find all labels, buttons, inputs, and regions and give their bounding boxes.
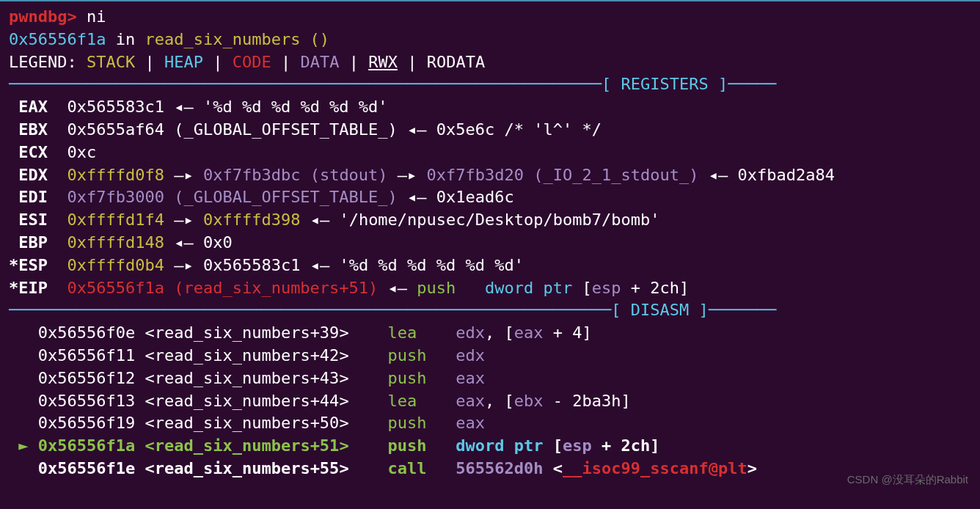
- disasm-row: 0x56556f19 <read_six_numbers+50> push ea…: [9, 412, 971, 435]
- command-input: ni: [87, 7, 106, 26]
- disasm-row: 0x56556f1e <read_six_numbers+55> call 56…: [9, 458, 971, 480]
- reg-ebx: EBX 0x5655af64 (_GLOBAL_OFFSET_TABLE_) ◂…: [9, 119, 971, 142]
- disasm-row: 0x56556f12 <read_six_numbers+43> push ea…: [9, 367, 971, 390]
- disasm-row: 0x56556f11 <read_six_numbers+42> push ed…: [9, 345, 971, 367]
- prompt: pwndbg>: [9, 7, 77, 26]
- reg-esi: ESI 0xffffd1f4 —▸ 0xffffd398 ◂— '/home/n…: [9, 209, 971, 232]
- reg-edx: EDX 0xffffd0f8 —▸ 0xf7fb3dbc (stdout) —▸…: [9, 164, 971, 187]
- current-marker-icon: ►: [9, 436, 29, 455]
- prompt-line[interactable]: pwndbg> ni: [9, 6, 971, 29]
- section-registers: ────────────────────────────────────────…: [9, 73, 971, 96]
- reg-ebp: EBP 0xffffd148 ◂— 0x0: [9, 232, 971, 254]
- reg-ecx: ECX 0xc: [9, 142, 971, 164]
- disasm-row-current: ► 0x56556f1a <read_six_numbers+51> push …: [9, 435, 971, 458]
- reg-eip: *EIP 0x56556f1a (read_six_numbers+51) ◂—…: [9, 277, 971, 300]
- disasm-row: 0x56556f0e <read_six_numbers+39> lea edx…: [9, 322, 971, 345]
- disasm-row: 0x56556f13 <read_six_numbers+44> lea eax…: [9, 390, 971, 413]
- watermark: CSDN @没耳朵的Rabbit: [847, 472, 968, 487]
- legend-line: LEGEND: STACK | HEAP | CODE | DATA | RWX…: [9, 51, 971, 74]
- exec-location: 0x56556f1a in read_six_numbers (): [9, 29, 971, 51]
- reg-eax: EAX 0x565583c1 ◂— '%d %d %d %d %d %d': [9, 96, 971, 119]
- reg-edi: EDI 0xf7fb3000 (_GLOBAL_OFFSET_TABLE_) ◂…: [9, 186, 971, 209]
- section-disasm: ────────────────────────────────────────…: [9, 299, 971, 322]
- reg-esp: *ESP 0xffffd0b4 —▸ 0x565583c1 ◂— '%d %d …: [9, 254, 971, 277]
